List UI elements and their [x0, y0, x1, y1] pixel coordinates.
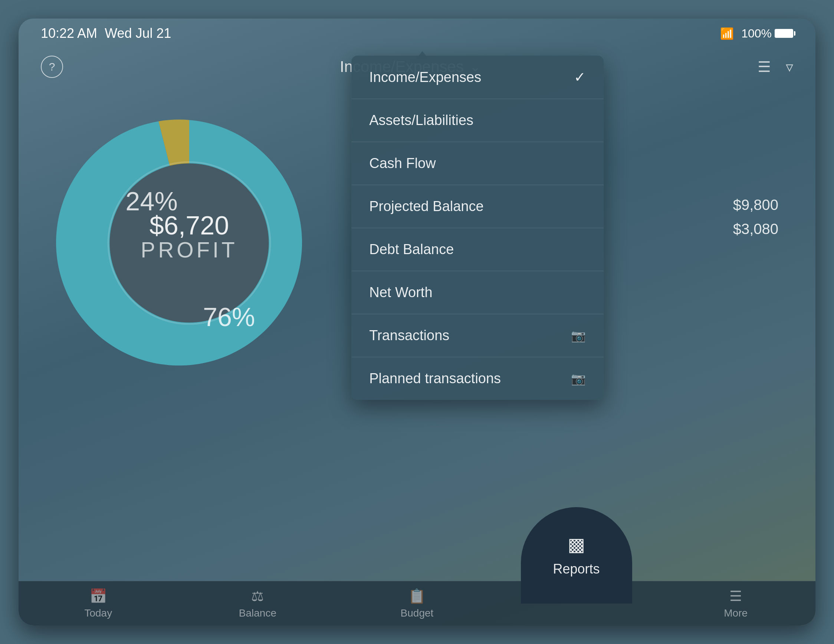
menu-item-label: Cash Flow [369, 155, 436, 171]
menu-item-assets-liabilities[interactable]: Assets/Liabilities [351, 99, 604, 142]
top-right-icons: ☰ ▿ [758, 58, 793, 75]
dropdown-menu: Income/Expenses ✓ Assets/Liabilities Cas… [351, 56, 604, 400]
tab-today-label: Today [84, 607, 112, 619]
menu-item-label: Projected Balance [369, 199, 483, 215]
share-icon: 📷 [571, 329, 586, 343]
battery-icon [775, 29, 793, 38]
menu-item-debt-balance[interactable]: Debt Balance [351, 228, 604, 271]
status-time: 10:22 AM Wed Jul 21 [41, 26, 171, 41]
menu-item-planned-transactions[interactable]: Planned transactions 📷 [351, 357, 604, 400]
menu-item-label: Assets/Liabilities [369, 112, 474, 128]
menu-item-label: Planned transactions [369, 371, 501, 387]
filter-icon[interactable]: ▿ [786, 58, 793, 75]
tab-balance[interactable]: ⚖ Balance [178, 588, 338, 619]
chart-center-label: PROFIT [141, 238, 238, 262]
menu-item-transactions[interactable]: Transactions 📷 [351, 314, 604, 357]
device-frame: 10:22 AM Wed Jul 21 📶 100% ? Income/Expe… [19, 19, 815, 625]
list-icon[interactable]: ☰ [758, 58, 771, 75]
balance-icon: ⚖ [251, 588, 264, 604]
battery-pct: 100% [741, 27, 772, 40]
menu-item-net-worth[interactable]: Net Worth [351, 271, 604, 314]
checkmark-icon: ✓ [574, 69, 586, 86]
battery-container: 100% [741, 27, 793, 40]
chart-container: $6,720 PROFIT 24% 76% [41, 104, 338, 382]
tab-budget[interactable]: 📋 Budget [337, 588, 497, 619]
chart-percent-76: 76% [203, 302, 255, 332]
share-icon: 📷 [571, 372, 586, 386]
values-container: $9,800 $3,080 [733, 197, 778, 237]
wifi-icon: 📶 [720, 27, 734, 40]
status-bar: 10:22 AM Wed Jul 21 📶 100% [19, 19, 815, 48]
tab-bar: 📅 Today ⚖ Balance 📋 Budget ▩ Reports ☰ M… [19, 581, 815, 625]
tab-more[interactable]: ☰ More [656, 588, 815, 619]
dropdown-arrow [415, 51, 429, 59]
tab-more-label: More [724, 607, 748, 619]
tab-today[interactable]: 📅 Today [19, 588, 178, 619]
more-icon: ☰ [729, 588, 742, 604]
reports-label: Reports [553, 561, 600, 577]
donut-chart: $6,720 PROFIT 24% 76% [45, 98, 334, 388]
chart-percent-24: 24% [125, 187, 177, 216]
reports-chart-icon: ▩ [567, 534, 585, 555]
tab-balance-label: Balance [239, 607, 276, 619]
tab-budget-label: Budget [401, 607, 434, 619]
menu-item-cash-flow[interactable]: Cash Flow [351, 142, 604, 185]
menu-item-label: Net Worth [369, 284, 432, 300]
calendar-icon: 📅 [89, 588, 107, 604]
menu-item-label: Transactions [369, 328, 449, 344]
help-button[interactable]: ? [41, 56, 63, 78]
menu-item-label: Debt Balance [369, 242, 454, 257]
budget-icon: 📋 [408, 588, 425, 604]
menu-item-label: Income/Expenses [369, 69, 481, 86]
value-2: $3,080 [733, 221, 778, 237]
status-right: 📶 100% [720, 27, 793, 40]
menu-item-income-expenses[interactable]: Income/Expenses ✓ [351, 56, 604, 99]
value-1: $9,800 [733, 197, 778, 213]
menu-item-projected-balance[interactable]: Projected Balance [351, 185, 604, 228]
